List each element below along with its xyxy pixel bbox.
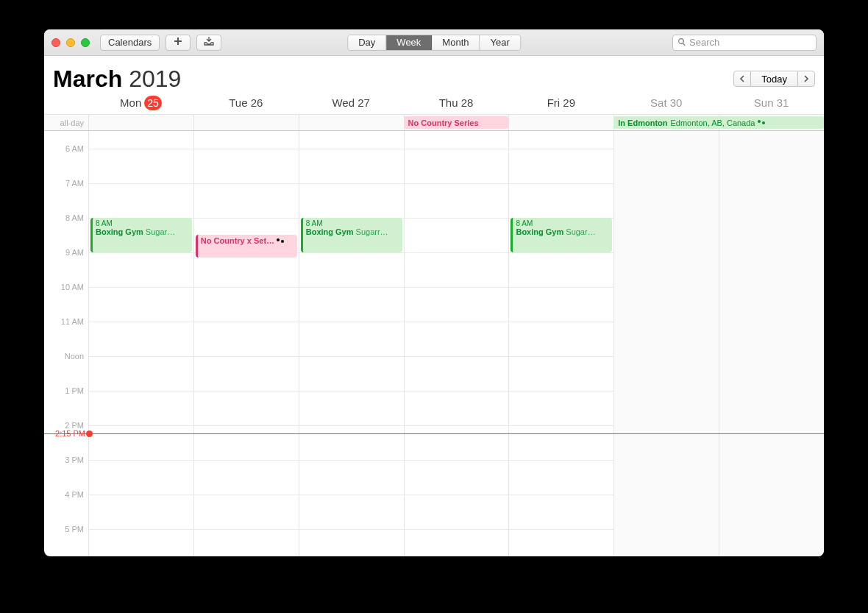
time-label: 6 AM: [65, 144, 84, 153]
now-indicator: [44, 433, 824, 434]
view-week-button[interactable]: Week: [386, 35, 432, 50]
day-headers: Mon 25Tue 26Wed 27Thu 28Fri 29Sat 30Sun …: [44, 91, 824, 115]
time-label: 8 AM: [65, 213, 84, 222]
chevron-right-icon: [803, 74, 809, 85]
time-label: 3 PM: [65, 456, 84, 464]
view-segmented-control: Day Week Month Year: [347, 35, 521, 51]
calendar-event[interactable]: 8 AMBoxing Gym Sugar…: [511, 218, 612, 252]
calendar-event[interactable]: 8 AMBoxing Gym Sugarr…: [301, 218, 402, 252]
zoom-window-button[interactable]: [81, 38, 90, 47]
day-column[interactable]: [719, 131, 824, 556]
calendar-event[interactable]: 8 AMBoxing Gym Sugar…: [90, 218, 192, 252]
time-label: 11 AM: [61, 317, 84, 326]
day-header[interactable]: Wed 27: [299, 91, 404, 114]
allday-cells: No Country SeriesIn Edmonton Edmonton, A…: [88, 115, 824, 130]
traffic-lights: [51, 38, 90, 47]
nav-controls: Today: [733, 71, 815, 87]
chevron-left-icon: [739, 74, 745, 85]
close-window-button[interactable]: [51, 38, 60, 47]
day-header[interactable]: Thu 28: [404, 91, 509, 114]
day-column[interactable]: [613, 131, 719, 556]
header-row: March 2019 Today: [44, 56, 824, 91]
allday-event[interactable]: In Edmonton Edmonton, AB, Canada: [613, 116, 824, 129]
toolbar: Calendars Day Week Month Year: [44, 29, 824, 56]
next-week-button[interactable]: [797, 71, 815, 87]
day-column[interactable]: 8 AMBoxing Gym Sugar…: [508, 131, 613, 556]
day-header[interactable]: Sun 31: [719, 91, 824, 114]
inbox-button[interactable]: [196, 35, 221, 51]
allday-label: all-day: [44, 115, 88, 130]
allday-event[interactable]: No Country Series: [404, 116, 509, 129]
view-day-button[interactable]: Day: [348, 35, 386, 50]
allday-cell[interactable]: [299, 115, 404, 130]
time-label: Noon: [65, 352, 84, 361]
view-year-button[interactable]: Year: [480, 35, 519, 50]
people-icon: [277, 238, 284, 244]
plus-icon: [174, 37, 182, 48]
allday-cell[interactable]: [193, 115, 299, 130]
allday-row: all-day No Country SeriesIn Edmonton Edm…: [44, 115, 824, 131]
time-label: 1 PM: [65, 386, 84, 395]
minimize-window-button[interactable]: [66, 38, 75, 47]
day-header[interactable]: Sat 30: [613, 91, 719, 114]
time-label: 10 AM: [61, 283, 84, 291]
day-column[interactable]: 8 AMBoxing Gym Sugar…: [88, 131, 193, 556]
day-columns: 8 AMBoxing Gym Sugar…No Country x Set… 8…: [88, 131, 824, 556]
time-label: 4 PM: [65, 490, 84, 499]
today-button[interactable]: Today: [751, 71, 797, 87]
time-column: 6 AM7 AM8 AM9 AM10 AM11 AMNoon1 PM2 PM3 …: [44, 131, 88, 556]
search-input[interactable]: [689, 37, 813, 48]
search-field[interactable]: [672, 35, 817, 51]
day-column[interactable]: 8 AMBoxing Gym Sugarr…: [299, 131, 404, 556]
calendar-window: Calendars Day Week Month Year March 201: [44, 29, 824, 556]
day-header[interactable]: Fri 29: [508, 91, 613, 114]
allday-cell[interactable]: [508, 115, 613, 130]
time-label: 7 AM: [65, 179, 84, 188]
day-column[interactable]: No Country x Set…: [193, 131, 299, 556]
calendars-button[interactable]: Calendars: [100, 35, 160, 51]
inbox-icon: [204, 37, 214, 48]
day-column[interactable]: [404, 131, 509, 556]
day-header[interactable]: Mon 25: [88, 91, 193, 114]
time-label: 9 AM: [65, 248, 84, 257]
calendar-event[interactable]: No Country x Set…: [196, 235, 297, 258]
page-title: March 2019: [53, 65, 181, 93]
people-icon: [758, 120, 765, 126]
day-header[interactable]: Tue 26: [193, 91, 299, 114]
prev-week-button[interactable]: [733, 71, 751, 87]
time-label: 2 PM: [65, 421, 84, 430]
search-icon: [677, 36, 686, 49]
week-grid: 6 AM7 AM8 AM9 AM10 AM11 AMNoon1 PM2 PM3 …: [44, 131, 824, 556]
allday-cell[interactable]: [88, 115, 193, 130]
view-month-button[interactable]: Month: [432, 35, 480, 50]
time-label: 5 PM: [65, 525, 84, 534]
add-event-button[interactable]: [166, 35, 191, 51]
